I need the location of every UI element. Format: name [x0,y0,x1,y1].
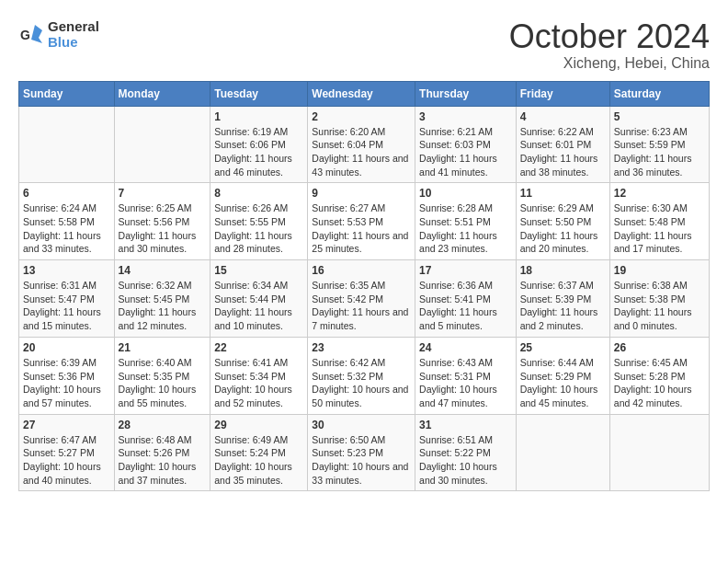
day-info: Sunrise: 6:40 AM Sunset: 5:35 PM Dayligh… [119,356,207,410]
calendar-cell: 19Sunrise: 6:38 AM Sunset: 5:38 PM Dayli… [609,260,709,338]
calendar-cell [114,106,210,183]
day-number: 26 [614,341,705,354]
day-info: Sunrise: 6:41 AM Sunset: 5:34 PM Dayligh… [214,356,303,410]
calendar-cell: 9Sunrise: 6:27 AM Sunset: 5:53 PM Daylig… [308,183,415,260]
calendar-cell: 10Sunrise: 6:28 AM Sunset: 5:51 PM Dayli… [415,183,517,260]
calendar-cell: 4Sunrise: 6:22 AM Sunset: 6:01 PM Daylig… [516,106,609,183]
day-info: Sunrise: 6:21 AM Sunset: 6:03 PM Dayligh… [419,125,512,179]
calendar-cell: 24Sunrise: 6:43 AM Sunset: 5:31 PM Dayli… [415,337,517,414]
day-number: 3 [419,110,512,123]
calendar-cell: 16Sunrise: 6:35 AM Sunset: 5:42 PM Dayli… [308,260,415,338]
day-number: 7 [119,187,207,200]
weekday-header: Monday [114,81,210,106]
day-number: 18 [520,264,606,277]
day-number: 14 [119,264,207,277]
day-number: 28 [119,419,207,431]
calendar-cell [516,414,609,491]
day-number: 19 [614,264,705,277]
calendar-cell: 7Sunrise: 6:25 AM Sunset: 5:56 PM Daylig… [114,183,210,260]
title-block: October 2024 Xicheng, Hebei, China [509,18,710,72]
calendar-cell: 21Sunrise: 6:40 AM Sunset: 5:35 PM Dayli… [114,337,210,414]
day-number: 8 [214,187,303,200]
day-number: 1 [214,110,303,123]
day-info: Sunrise: 6:47 AM Sunset: 5:27 PM Dayligh… [23,433,110,488]
weekday-header: Saturday [609,81,709,106]
day-info: Sunrise: 6:30 AM Sunset: 5:48 PM Dayligh… [614,201,705,256]
day-info: Sunrise: 6:45 AM Sunset: 5:28 PM Dayligh… [614,356,705,410]
day-info: Sunrise: 6:31 AM Sunset: 5:47 PM Dayligh… [23,279,110,333]
day-info: Sunrise: 6:25 AM Sunset: 5:56 PM Dayligh… [119,201,207,256]
page-title: October 2024 [509,18,710,55]
logo-icon: G [18,21,44,47]
weekday-header: Friday [516,81,609,106]
day-number: 30 [312,419,411,431]
calendar-cell: 2Sunrise: 6:20 AM Sunset: 6:04 PM Daylig… [308,106,415,183]
weekday-header: Wednesday [308,81,415,106]
day-number: 27 [23,419,110,431]
day-number: 31 [419,419,512,431]
page-subtitle: Xicheng, Hebei, China [509,55,710,72]
day-number: 29 [214,419,303,431]
calendar-cell: 28Sunrise: 6:48 AM Sunset: 5:26 PM Dayli… [114,414,210,491]
calendar-cell: 3Sunrise: 6:21 AM Sunset: 6:03 PM Daylig… [415,106,517,183]
day-info: Sunrise: 6:26 AM Sunset: 5:55 PM Dayligh… [214,201,303,256]
day-info: Sunrise: 6:24 AM Sunset: 5:58 PM Dayligh… [23,201,110,256]
day-number: 25 [520,341,606,354]
day-number: 2 [312,110,411,123]
day-number: 10 [419,187,512,200]
calendar-week-row: 20Sunrise: 6:39 AM Sunset: 5:36 PM Dayli… [19,337,710,414]
day-info: Sunrise: 6:48 AM Sunset: 5:26 PM Dayligh… [119,433,207,488]
day-number: 24 [419,341,512,354]
calendar-cell: 12Sunrise: 6:30 AM Sunset: 5:48 PM Dayli… [609,183,709,260]
calendar-week-row: 13Sunrise: 6:31 AM Sunset: 5:47 PM Dayli… [19,260,710,338]
day-info: Sunrise: 6:35 AM Sunset: 5:42 PM Dayligh… [312,279,411,333]
day-info: Sunrise: 6:22 AM Sunset: 6:01 PM Dayligh… [520,125,606,179]
logo-line2: Blue [48,34,99,50]
day-number: 12 [614,187,705,200]
calendar-cell: 31Sunrise: 6:51 AM Sunset: 5:22 PM Dayli… [415,414,517,491]
calendar-cell: 23Sunrise: 6:42 AM Sunset: 5:32 PM Dayli… [308,337,415,414]
day-number: 22 [214,341,303,354]
calendar-cell: 11Sunrise: 6:29 AM Sunset: 5:50 PM Dayli… [516,183,609,260]
svg-marker-1 [31,25,42,43]
day-info: Sunrise: 6:49 AM Sunset: 5:24 PM Dayligh… [214,433,303,488]
calendar-week-row: 1Sunrise: 6:19 AM Sunset: 6:06 PM Daylig… [19,106,710,183]
calendar-body: 1Sunrise: 6:19 AM Sunset: 6:06 PM Daylig… [19,106,710,491]
day-info: Sunrise: 6:50 AM Sunset: 5:23 PM Dayligh… [312,433,411,488]
day-info: Sunrise: 6:28 AM Sunset: 5:51 PM Dayligh… [419,201,512,256]
calendar-cell: 17Sunrise: 6:36 AM Sunset: 5:41 PM Dayli… [415,260,517,338]
calendar-cell: 20Sunrise: 6:39 AM Sunset: 5:36 PM Dayli… [19,337,115,414]
calendar-cell: 27Sunrise: 6:47 AM Sunset: 5:27 PM Dayli… [19,414,115,491]
calendar-header: SundayMondayTuesdayWednesdayThursdayFrid… [19,81,710,106]
day-info: Sunrise: 6:51 AM Sunset: 5:22 PM Dayligh… [419,433,512,488]
day-info: Sunrise: 6:42 AM Sunset: 5:32 PM Dayligh… [312,356,411,410]
day-info: Sunrise: 6:23 AM Sunset: 5:59 PM Dayligh… [614,125,705,179]
calendar-cell: 25Sunrise: 6:44 AM Sunset: 5:29 PM Dayli… [516,337,609,414]
day-info: Sunrise: 6:37 AM Sunset: 5:39 PM Dayligh… [520,279,606,333]
day-number: 16 [312,264,411,277]
weekday-header: Thursday [415,81,517,106]
svg-text:G: G [20,28,30,42]
day-number: 13 [23,264,110,277]
calendar-cell [19,106,115,183]
day-info: Sunrise: 6:36 AM Sunset: 5:41 PM Dayligh… [419,279,512,333]
day-number: 11 [520,187,606,200]
day-info: Sunrise: 6:38 AM Sunset: 5:38 PM Dayligh… [614,279,705,333]
day-info: Sunrise: 6:43 AM Sunset: 5:31 PM Dayligh… [419,356,512,410]
day-number: 9 [312,187,411,200]
calendar-cell: 8Sunrise: 6:26 AM Sunset: 5:55 PM Daylig… [210,183,308,260]
day-info: Sunrise: 6:39 AM Sunset: 5:36 PM Dayligh… [23,356,110,410]
calendar-cell [609,414,709,491]
calendar-cell: 13Sunrise: 6:31 AM Sunset: 5:47 PM Dayli… [19,260,115,338]
page-header: G General Blue October 2024 Xicheng, Heb… [18,18,710,72]
calendar-cell: 30Sunrise: 6:50 AM Sunset: 5:23 PM Dayli… [308,414,415,491]
weekday-header: Tuesday [210,81,308,106]
weekday-header-row: SundayMondayTuesdayWednesdayThursdayFrid… [19,81,710,106]
calendar-cell: 14Sunrise: 6:32 AM Sunset: 5:45 PM Dayli… [114,260,210,338]
calendar-cell: 29Sunrise: 6:49 AM Sunset: 5:24 PM Dayli… [210,414,308,491]
logo-line1: General [48,18,99,34]
calendar-cell: 1Sunrise: 6:19 AM Sunset: 6:06 PM Daylig… [210,106,308,183]
day-info: Sunrise: 6:19 AM Sunset: 6:06 PM Dayligh… [214,125,303,179]
weekday-header: Sunday [19,81,115,106]
day-info: Sunrise: 6:20 AM Sunset: 6:04 PM Dayligh… [312,125,411,179]
